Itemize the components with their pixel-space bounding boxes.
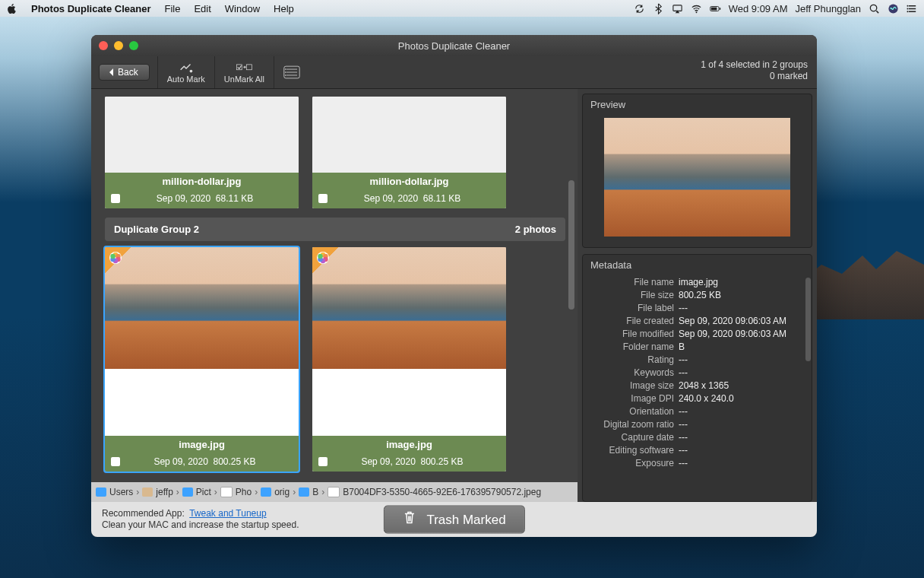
photo-whitespace: [105, 369, 299, 436]
photo-card[interactable]: image.jpg Sep 09, 2020 800.25 KB: [105, 247, 299, 472]
window-title: Photos Duplicate Cleaner: [398, 40, 510, 52]
toolbar-status: 1 of 4 selected in 2 groups 0 marked: [691, 56, 817, 88]
photo-card[interactable]: image.jpg Sep 09, 2020 800.25 KB: [312, 247, 506, 472]
photo-checkbox[interactable]: [111, 457, 120, 466]
scrollbar-thumb[interactable]: [568, 180, 574, 310]
crumb-item[interactable]: jeffp: [142, 487, 172, 497]
app-window: Photos Duplicate Cleaner Back Auto Mark …: [91, 35, 817, 537]
gallery: million-dollar.jpg Sep 09, 2020 68.11 KB…: [91, 89, 578, 502]
preview-heading: Preview: [583, 94, 812, 115]
svg-rect-0: [673, 5, 682, 11]
meta-row-keywords: Keywords---: [590, 366, 812, 379]
menubar: Photos Duplicate Cleaner File Edit Windo…: [0, 0, 924, 17]
crumb-item[interactable]: orig: [261, 487, 290, 497]
svg-point-8: [907, 5, 908, 6]
gallery-scrollbar[interactable]: [568, 97, 574, 475]
group-count: 2 photos: [515, 224, 556, 235]
photo-meta: Sep 09, 2020 800.25 KB: [128, 456, 299, 467]
recommended-label: Recommended App:: [102, 508, 185, 519]
auto-mark-button[interactable]: Auto Mark: [158, 56, 215, 88]
svg-point-19: [285, 71, 286, 73]
crumb-item[interactable]: Pict: [182, 487, 211, 497]
preview-image: [604, 118, 790, 237]
wifi-icon[interactable]: [691, 3, 702, 14]
zoom-window-button[interactable]: [129, 41, 138, 50]
photo-filename: image.jpg: [312, 436, 506, 453]
sync-icon[interactable]: [634, 3, 645, 14]
photo-checkbox[interactable]: [318, 194, 328, 203]
photo-meta: Sep 09, 2020 68.11 KB: [335, 193, 506, 204]
svg-rect-4: [719, 8, 720, 10]
minimize-window-button[interactable]: [114, 41, 123, 50]
svg-point-18: [285, 68, 286, 70]
meta-row-capture-date: Capture date---: [590, 430, 812, 443]
toolbar: Back Auto Mark UnMark All 1 of 4 selecte…: [91, 56, 817, 89]
recommended-link[interactable]: Tweak and Tuneup: [189, 508, 266, 519]
bottom-bar: Recommended App: Tweak and Tuneup Clean …: [91, 502, 817, 537]
svg-point-1: [695, 11, 697, 13]
trash-marked-button[interactable]: Trash Marked: [383, 506, 524, 534]
trash-icon: [402, 511, 416, 529]
meta-row-file-modified: File modifiedSep 09, 2020 09:06:03 AM: [590, 327, 812, 340]
photos-library-badge: [105, 247, 131, 273]
menubar-user[interactable]: Jeff Phungglan: [796, 3, 862, 14]
group-header[interactable]: Duplicate Group 2 2 photos: [105, 218, 565, 241]
photo-checkbox[interactable]: [318, 457, 328, 466]
apple-menu-icon[interactable]: [6, 3, 17, 14]
airplay-icon[interactable]: [672, 3, 683, 14]
back-button[interactable]: Back: [99, 64, 150, 81]
spotlight-icon[interactable]: [869, 3, 880, 14]
titlebar[interactable]: Photos Duplicate Cleaner: [91, 35, 817, 56]
marked-count: 0 marked: [701, 71, 808, 82]
crumb-item[interactable]: B7004DF3-5350-4665-92E6-176395790572.jpe…: [328, 487, 541, 497]
group-title: Duplicate Group 2: [114, 224, 199, 235]
selection-count: 1 of 4 selected in 2 groups: [701, 59, 808, 71]
photo-thumb: [105, 247, 299, 369]
photo-thumb: [105, 97, 299, 173]
meta-row-image-dpi: Image DPI240.0 x 240.0: [590, 392, 812, 405]
meta-row-exposure: Exposure---: [590, 456, 812, 469]
photos-library-badge: [312, 247, 338, 273]
breadcrumb: Users› jeffp› Pict› Pho› orig› B› B7004D…: [91, 482, 578, 502]
crumb-item[interactable]: Users: [96, 487, 133, 497]
bluetooth-icon[interactable]: [653, 3, 664, 14]
metadata-scrollbar-thumb[interactable]: [805, 278, 811, 361]
crumb-item[interactable]: Pho: [220, 487, 252, 497]
meta-row-folder-name: Folder nameB: [590, 340, 812, 353]
notification-center-icon[interactable]: [907, 3, 918, 14]
metadata-heading: Metadata: [583, 255, 812, 275]
meta-row-file-created: File createdSep 09, 2020 09:06:03 AM: [590, 314, 812, 327]
crumb-item[interactable]: B: [299, 487, 318, 497]
close-window-button[interactable]: [99, 41, 108, 50]
list-view-button[interactable]: [274, 56, 309, 88]
svg-point-27: [110, 254, 115, 259]
meta-row-rating: Rating---: [590, 353, 812, 366]
menu-help[interactable]: Help: [274, 3, 294, 14]
unmark-all-button[interactable]: UnMark All: [215, 56, 274, 88]
svg-line-6: [876, 11, 878, 13]
battery-icon[interactable]: [710, 3, 721, 14]
metadata-panel: Metadata File nameimage.jpg File size800…: [582, 254, 812, 502]
meta-row-file-name: File nameimage.jpg: [590, 275, 812, 288]
photo-meta: Sep 09, 2020 800.25 KB: [335, 456, 506, 467]
menu-edit[interactable]: Edit: [194, 3, 210, 14]
photo-filename: image.jpg: [105, 436, 299, 453]
meta-row-digital-zoom: Digital zoom ratio---: [590, 418, 812, 430]
menubar-clock[interactable]: Wed 9:09 AM: [729, 3, 788, 14]
photo-card[interactable]: million-dollar.jpg Sep 09, 2020 68.11 KB: [312, 97, 506, 208]
svg-rect-13: [247, 65, 252, 70]
photo-card[interactable]: million-dollar.jpg Sep 09, 2020 68.11 KB: [105, 97, 299, 208]
photo-meta: Sep 09, 2020 68.11 KB: [128, 193, 299, 204]
siri-icon[interactable]: [888, 3, 899, 14]
menubar-app-name[interactable]: Photos Duplicate Cleaner: [31, 3, 150, 14]
meta-row-file-label: File label---: [590, 301, 812, 314]
menu-window[interactable]: Window: [225, 3, 260, 14]
photo-checkbox[interactable]: [111, 194, 120, 203]
meta-row-file-size: File size800.25 KB: [590, 288, 812, 301]
auto-mark-label: Auto Mark: [167, 75, 205, 84]
photo-thumb: [312, 97, 506, 173]
svg-point-20: [285, 75, 286, 76]
menu-file[interactable]: File: [164, 3, 180, 14]
photo-thumb: [312, 247, 506, 369]
unmark-all-label: UnMark All: [224, 75, 264, 84]
